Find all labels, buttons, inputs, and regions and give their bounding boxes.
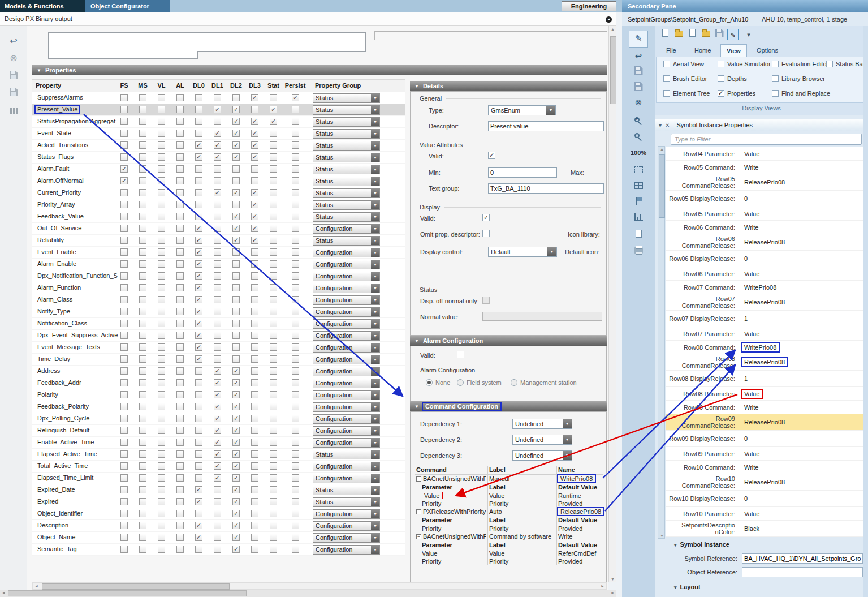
property-flag-checkbox[interactable]	[139, 510, 146, 517]
property-flag-checkbox[interactable]	[232, 296, 240, 303]
property-flag-checkbox[interactable]	[139, 474, 146, 482]
property-flag-checkbox[interactable]	[158, 189, 165, 196]
property-row[interactable]: Current_PriorityStatus▼	[32, 187, 405, 199]
property-flag-checkbox[interactable]	[251, 130, 258, 137]
property-row[interactable]: Total_Active_TimeConfiguration▼	[32, 461, 405, 473]
property-flag-checkbox[interactable]	[214, 153, 221, 161]
property-flag-checkbox[interactable]	[292, 165, 299, 173]
property-group-select[interactable]: Configuration▼	[313, 474, 380, 483]
property-flag-checkbox[interactable]	[120, 272, 128, 280]
property-flag-checkbox[interactable]	[195, 177, 202, 184]
scroll-down-icon[interactable]: ▼	[609, 577, 616, 581]
tab-home[interactable]: Home	[689, 44, 716, 57]
property-flag-checkbox[interactable]	[251, 415, 258, 422]
property-flag-checkbox[interactable]	[158, 391, 165, 398]
property-flag-checkbox[interactable]	[232, 522, 240, 529]
property-flag-checkbox[interactable]	[214, 332, 221, 339]
property-flag-checkbox[interactable]	[120, 450, 128, 458]
property-flag-checkbox[interactable]	[292, 201, 299, 208]
property-flag-checkbox[interactable]	[120, 534, 128, 541]
grid-row[interactable]: Row09 CommandRelease:ReleasePrio08	[666, 414, 863, 431]
command-table-row[interactable]: −BACnetUnsignedWithPrManualWritePrio08	[415, 475, 603, 483]
radio-none[interactable]	[426, 379, 433, 386]
property-flag-checkbox[interactable]	[195, 213, 202, 220]
property-flag-checkbox[interactable]	[214, 498, 221, 505]
property-flag-checkbox[interactable]	[214, 189, 221, 196]
property-flag-checkbox[interactable]	[292, 94, 299, 101]
property-flag-checkbox[interactable]	[292, 141, 299, 149]
property-flag-checkbox[interactable]	[195, 546, 202, 553]
property-flag-checkbox[interactable]	[270, 118, 277, 125]
grid-row[interactable]: Row08 CommandRelease:ReleasePrio08	[666, 354, 863, 371]
property-flag-checkbox[interactable]	[139, 308, 146, 315]
property-flag-checkbox[interactable]	[195, 355, 202, 363]
property-flag-checkbox[interactable]	[270, 260, 277, 268]
property-group-select[interactable]: Configuration▼	[313, 331, 380, 341]
grid-row[interactable]: Row10 Command:Write	[666, 461, 863, 474]
property-flag-checkbox[interactable]	[270, 546, 277, 553]
properties-section-header[interactable]: ▼Properties	[32, 65, 607, 75]
property-flag-checkbox[interactable]	[176, 462, 184, 470]
property-flag-checkbox[interactable]	[158, 272, 165, 280]
property-flag-checkbox[interactable]	[176, 534, 184, 541]
property-flag-checkbox[interactable]	[270, 141, 277, 149]
property-flag-checkbox[interactable]	[139, 106, 146, 113]
property-flag-checkbox[interactable]	[120, 332, 128, 339]
collapse-expander-icon[interactable]: −	[416, 509, 421, 514]
property-flag-checkbox[interactable]	[292, 474, 299, 482]
property-flag-checkbox[interactable]	[292, 439, 299, 446]
property-flag-checkbox[interactable]	[214, 391, 221, 398]
property-flag-checkbox[interactable]	[214, 130, 221, 137]
property-group-select[interactable]: Configuration▼	[313, 295, 380, 305]
property-flag-checkbox[interactable]	[139, 391, 146, 398]
library-icon[interactable]	[673, 29, 684, 40]
property-flag-checkbox[interactable]	[214, 403, 221, 410]
property-flag-checkbox[interactable]	[270, 332, 277, 339]
property-flag-checkbox[interactable]	[251, 403, 258, 410]
tab-file[interactable]: File	[660, 44, 682, 57]
property-flag-checkbox[interactable]	[251, 165, 258, 173]
property-flag-checkbox[interactable]	[214, 248, 221, 256]
property-flag-checkbox[interactable]	[176, 403, 184, 410]
property-flag-checkbox[interactable]	[232, 260, 240, 268]
property-row[interactable]: SuppressAlarmsStatus▼	[32, 92, 405, 104]
property-flag-checkbox[interactable]	[251, 439, 258, 446]
property-flag-checkbox[interactable]	[232, 94, 240, 101]
property-flag-checkbox[interactable]	[139, 534, 146, 541]
property-flag-checkbox[interactable]	[139, 498, 146, 505]
property-flag-checkbox[interactable]	[120, 189, 128, 196]
property-flag-checkbox[interactable]	[139, 415, 146, 422]
property-flag-checkbox[interactable]	[195, 343, 202, 351]
property-flag-checkbox[interactable]	[158, 201, 165, 208]
property-flag-checkbox[interactable]	[251, 118, 258, 125]
property-flag-checkbox[interactable]	[120, 439, 128, 446]
property-flag-checkbox[interactable]	[232, 391, 240, 398]
property-flag-checkbox[interactable]	[158, 415, 165, 422]
property-flag-checkbox[interactable]	[251, 177, 258, 184]
property-flag-checkbox[interactable]	[176, 141, 184, 149]
property-flag-checkbox[interactable]	[176, 415, 184, 422]
property-row[interactable]: Expired_DateStatus▼	[32, 484, 405, 496]
command-config-section-header[interactable]: ▼Command Configuration	[410, 401, 607, 411]
property-flag-checkbox[interactable]	[232, 427, 240, 434]
breadcrumb-path[interactable]: SetpointGroups\Setpoint_Group_for_Ahu10	[628, 16, 748, 23]
property-row[interactable]: Elapsed_Active_TimeStatus▼	[32, 449, 405, 461]
property-flag-checkbox[interactable]	[232, 343, 240, 351]
grid-row[interactable]: Row08 DisplayRelease:1	[666, 371, 863, 387]
property-flag-checkbox[interactable]	[214, 367, 221, 375]
property-group-select[interactable]: Configuration▼	[313, 355, 380, 364]
command-table-row[interactable]: −PXReleaseWithPriorityAutoReleasePrio08	[415, 508, 603, 516]
property-flag-checkbox[interactable]	[195, 237, 202, 244]
grid-row[interactable]: Row05 CommandRelease:ReleasePrio08	[666, 174, 863, 191]
property-flag-checkbox[interactable]	[251, 94, 258, 101]
property-flag-checkbox[interactable]	[120, 153, 128, 161]
grid-row[interactable]: Row10 DisplayRelease:0	[666, 491, 863, 507]
property-flag-checkbox[interactable]	[120, 201, 128, 208]
grid-row[interactable]: Row05 DisplayRelease:0	[666, 191, 863, 207]
copy-icon[interactable]	[686, 29, 698, 40]
property-flag-checkbox[interactable]	[270, 439, 277, 446]
pin-icon[interactable]: ◄	[606, 16, 612, 23]
property-flag-checkbox[interactable]	[139, 546, 146, 553]
command-table-row[interactable]: ParameterLabelDefault Value	[415, 516, 603, 525]
property-group-select[interactable]: Status▼	[313, 105, 380, 115]
